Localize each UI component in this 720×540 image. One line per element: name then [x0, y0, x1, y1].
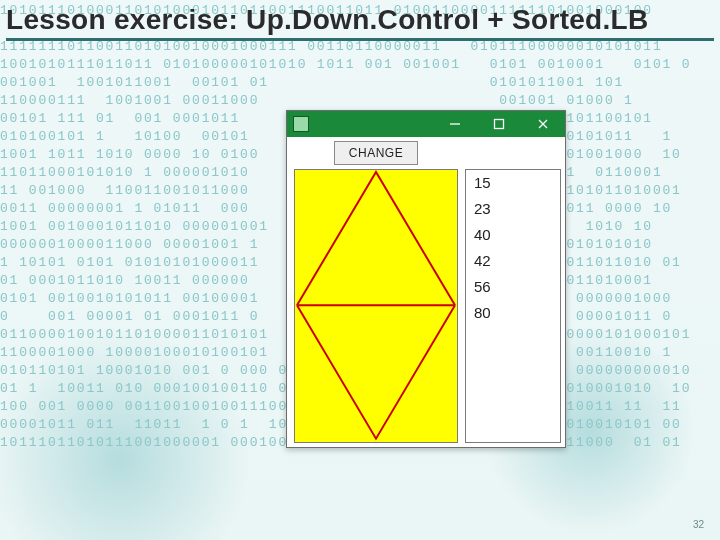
close-button[interactable]: [521, 111, 565, 137]
window-icon: [287, 111, 315, 137]
client-area: CHANGE 152340425680: [287, 137, 565, 447]
list-item[interactable]: 40: [466, 222, 560, 248]
list-item[interactable]: 80: [466, 300, 560, 326]
sorted-listbox[interactable]: 152340425680: [465, 169, 561, 443]
svg-rect-1: [495, 120, 504, 129]
slide-title-wrap: Lesson exercise: Up.Down.Control + Sorte…: [0, 0, 720, 41]
minimize-button[interactable]: [433, 111, 477, 137]
updown-control[interactable]: [294, 169, 458, 443]
change-button[interactable]: CHANGE: [334, 141, 418, 165]
slide-title: Lesson exercise: Up.Down.Control + Sorte…: [6, 4, 714, 41]
app-window: CHANGE 152340425680: [286, 110, 566, 448]
page-number: 32: [693, 519, 704, 530]
list-item[interactable]: 15: [466, 170, 560, 196]
maximize-button[interactable]: [477, 111, 521, 137]
list-item[interactable]: 23: [466, 196, 560, 222]
updown-arrows-icon: [295, 170, 457, 441]
list-item[interactable]: 56: [466, 274, 560, 300]
list-item[interactable]: 42: [466, 248, 560, 274]
window-titlebar[interactable]: [287, 111, 565, 137]
